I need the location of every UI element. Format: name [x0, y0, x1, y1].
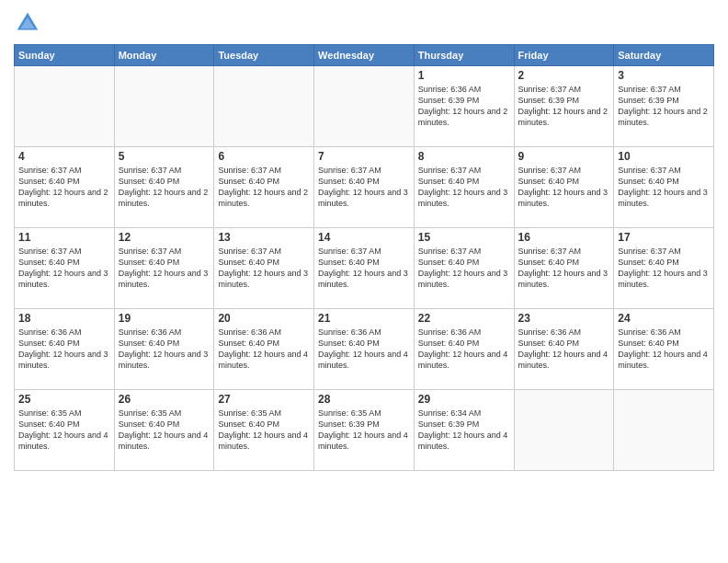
calendar-cell: 18Sunrise: 6:36 AM Sunset: 6:40 PM Dayli… — [15, 309, 115, 390]
day-info: Sunrise: 6:36 AM Sunset: 6:39 PM Dayligh… — [418, 84, 510, 129]
calendar-cell: 4Sunrise: 6:37 AM Sunset: 6:40 PM Daylig… — [15, 147, 115, 228]
calendar-cell: 8Sunrise: 6:37 AM Sunset: 6:40 PM Daylig… — [414, 147, 514, 228]
day-number: 5 — [119, 150, 210, 163]
calendar-cell — [514, 390, 614, 471]
calendar-cell: 24Sunrise: 6:36 AM Sunset: 6:40 PM Dayli… — [614, 309, 714, 390]
day-info: Sunrise: 6:36 AM Sunset: 6:40 PM Dayligh… — [618, 327, 710, 372]
calendar-header-sunday: Sunday — [15, 45, 115, 66]
day-info: Sunrise: 6:36 AM Sunset: 6:40 PM Dayligh… — [119, 327, 210, 372]
calendar-cell: 14Sunrise: 6:37 AM Sunset: 6:40 PM Dayli… — [314, 228, 415, 309]
day-info: Sunrise: 6:34 AM Sunset: 6:39 PM Dayligh… — [418, 408, 510, 453]
calendar-cell: 21Sunrise: 6:36 AM Sunset: 6:40 PM Dayli… — [314, 309, 415, 390]
day-info: Sunrise: 6:35 AM Sunset: 6:40 PM Dayligh… — [119, 408, 210, 453]
day-number: 24 — [618, 312, 710, 325]
calendar-cell: 26Sunrise: 6:35 AM Sunset: 6:40 PM Dayli… — [114, 390, 214, 471]
calendar-week-1: 1Sunrise: 6:36 AM Sunset: 6:39 PM Daylig… — [15, 66, 714, 147]
day-number: 13 — [218, 231, 310, 244]
day-number: 14 — [318, 231, 410, 244]
calendar-cell — [614, 390, 714, 471]
calendar-cell: 1Sunrise: 6:36 AM Sunset: 6:39 PM Daylig… — [414, 66, 514, 147]
day-info: Sunrise: 6:37 AM Sunset: 6:40 PM Dayligh… — [518, 246, 610, 291]
day-number: 27 — [218, 393, 310, 406]
calendar-cell: 3Sunrise: 6:37 AM Sunset: 6:39 PM Daylig… — [614, 66, 714, 147]
day-info: Sunrise: 6:37 AM Sunset: 6:40 PM Dayligh… — [119, 246, 210, 291]
calendar-cell — [114, 66, 214, 147]
day-info: Sunrise: 6:37 AM Sunset: 6:40 PM Dayligh… — [318, 165, 410, 210]
day-number: 20 — [218, 312, 310, 325]
day-info: Sunrise: 6:36 AM Sunset: 6:40 PM Dayligh… — [18, 327, 110, 372]
calendar-cell: 23Sunrise: 6:36 AM Sunset: 6:40 PM Dayli… — [514, 309, 614, 390]
calendar-header-wednesday: Wednesday — [314, 45, 415, 66]
calendar-cell: 2Sunrise: 6:37 AM Sunset: 6:39 PM Daylig… — [514, 66, 614, 147]
calendar-header-monday: Monday — [114, 45, 214, 66]
day-number: 28 — [318, 393, 410, 406]
calendar-cell: 5Sunrise: 6:37 AM Sunset: 6:40 PM Daylig… — [114, 147, 214, 228]
calendar-cell: 22Sunrise: 6:36 AM Sunset: 6:40 PM Dayli… — [414, 309, 514, 390]
day-info: Sunrise: 6:36 AM Sunset: 6:40 PM Dayligh… — [318, 327, 410, 372]
calendar-header-saturday: Saturday — [614, 45, 714, 66]
day-number: 16 — [518, 231, 610, 244]
calendar-cell: 19Sunrise: 6:36 AM Sunset: 6:40 PM Dayli… — [114, 309, 214, 390]
day-number: 26 — [119, 393, 210, 406]
day-info: Sunrise: 6:37 AM Sunset: 6:40 PM Dayligh… — [418, 165, 510, 210]
calendar-cell: 9Sunrise: 6:37 AM Sunset: 6:40 PM Daylig… — [514, 147, 614, 228]
calendar-header-row: SundayMondayTuesdayWednesdayThursdayFrid… — [15, 45, 714, 66]
day-number: 3 — [618, 69, 710, 82]
day-info: Sunrise: 6:37 AM Sunset: 6:40 PM Dayligh… — [618, 246, 710, 291]
day-number: 25 — [18, 393, 110, 406]
day-number: 15 — [418, 231, 510, 244]
day-number: 9 — [518, 150, 610, 163]
calendar-week-3: 11Sunrise: 6:37 AM Sunset: 6:40 PM Dayli… — [15, 228, 714, 309]
logo — [14, 9, 43, 37]
calendar-cell: 13Sunrise: 6:37 AM Sunset: 6:40 PM Dayli… — [214, 228, 314, 309]
day-info: Sunrise: 6:37 AM Sunset: 6:39 PM Dayligh… — [518, 84, 610, 129]
day-number: 8 — [418, 150, 510, 163]
day-info: Sunrise: 6:37 AM Sunset: 6:40 PM Dayligh… — [318, 246, 410, 291]
calendar-cell: 11Sunrise: 6:37 AM Sunset: 6:40 PM Dayli… — [15, 228, 115, 309]
day-info: Sunrise: 6:37 AM Sunset: 6:40 PM Dayligh… — [218, 165, 310, 210]
day-info: Sunrise: 6:37 AM Sunset: 6:40 PM Dayligh… — [218, 246, 310, 291]
day-number: 1 — [418, 69, 510, 82]
day-info: Sunrise: 6:36 AM Sunset: 6:40 PM Dayligh… — [218, 327, 310, 372]
calendar-table: SundayMondayTuesdayWednesdayThursdayFrid… — [14, 44, 714, 471]
calendar-header-friday: Friday — [514, 45, 614, 66]
day-info: Sunrise: 6:37 AM Sunset: 6:40 PM Dayligh… — [119, 165, 210, 210]
day-info: Sunrise: 6:37 AM Sunset: 6:40 PM Dayligh… — [18, 246, 110, 291]
day-number: 23 — [518, 312, 610, 325]
day-number: 29 — [418, 393, 510, 406]
calendar-cell: 25Sunrise: 6:35 AM Sunset: 6:40 PM Dayli… — [15, 390, 115, 471]
calendar-cell — [214, 66, 314, 147]
logo-icon — [14, 9, 41, 37]
calendar-cell: 29Sunrise: 6:34 AM Sunset: 6:39 PM Dayli… — [414, 390, 514, 471]
calendar-cell: 7Sunrise: 6:37 AM Sunset: 6:40 PM Daylig… — [314, 147, 415, 228]
page: SundayMondayTuesdayWednesdayThursdayFrid… — [0, 0, 728, 563]
calendar-header-thursday: Thursday — [414, 45, 514, 66]
day-number: 22 — [418, 312, 510, 325]
calendar-header-tuesday: Tuesday — [214, 45, 314, 66]
calendar-cell — [15, 66, 115, 147]
day-number: 6 — [218, 150, 310, 163]
day-number: 2 — [518, 69, 610, 82]
calendar-cell: 10Sunrise: 6:37 AM Sunset: 6:40 PM Dayli… — [614, 147, 714, 228]
day-number: 18 — [18, 312, 110, 325]
calendar-cell: 16Sunrise: 6:37 AM Sunset: 6:40 PM Dayli… — [514, 228, 614, 309]
day-info: Sunrise: 6:36 AM Sunset: 6:40 PM Dayligh… — [418, 327, 510, 372]
day-info: Sunrise: 6:36 AM Sunset: 6:40 PM Dayligh… — [518, 327, 610, 372]
day-number: 11 — [18, 231, 110, 244]
day-info: Sunrise: 6:35 AM Sunset: 6:40 PM Dayligh… — [218, 408, 310, 453]
day-info: Sunrise: 6:35 AM Sunset: 6:39 PM Dayligh… — [318, 408, 410, 453]
day-info: Sunrise: 6:37 AM Sunset: 6:39 PM Dayligh… — [618, 84, 710, 129]
calendar-cell: 20Sunrise: 6:36 AM Sunset: 6:40 PM Dayli… — [214, 309, 314, 390]
calendar-cell — [314, 66, 415, 147]
calendar-cell: 12Sunrise: 6:37 AM Sunset: 6:40 PM Dayli… — [114, 228, 214, 309]
calendar-cell: 27Sunrise: 6:35 AM Sunset: 6:40 PM Dayli… — [214, 390, 314, 471]
calendar-week-5: 25Sunrise: 6:35 AM Sunset: 6:40 PM Dayli… — [15, 390, 714, 471]
day-number: 7 — [318, 150, 410, 163]
calendar-cell: 6Sunrise: 6:37 AM Sunset: 6:40 PM Daylig… — [214, 147, 314, 228]
day-number: 10 — [618, 150, 710, 163]
day-number: 17 — [618, 231, 710, 244]
calendar-cell: 17Sunrise: 6:37 AM Sunset: 6:40 PM Dayli… — [614, 228, 714, 309]
day-info: Sunrise: 6:37 AM Sunset: 6:40 PM Dayligh… — [618, 165, 710, 210]
day-number: 19 — [119, 312, 210, 325]
day-info: Sunrise: 6:37 AM Sunset: 6:40 PM Dayligh… — [418, 246, 510, 291]
